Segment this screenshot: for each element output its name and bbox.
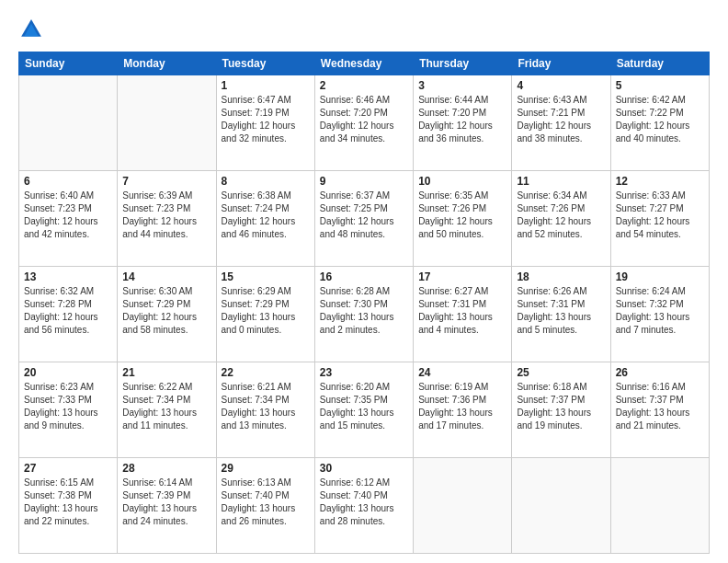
day-number: 2 (320, 79, 408, 92)
day-info: Sunrise: 6:12 AM Sunset: 7:40 PM Dayligh… (320, 477, 408, 528)
calendar-cell: 20Sunrise: 6:23 AM Sunset: 7:33 PM Dayli… (19, 362, 118, 458)
calendar-cell (19, 75, 118, 171)
calendar-cell: 16Sunrise: 6:28 AM Sunset: 7:30 PM Dayli… (314, 267, 413, 362)
day-number: 3 (418, 79, 506, 92)
day-number: 17 (418, 270, 506, 283)
day-info: Sunrise: 6:33 AM Sunset: 7:27 PM Dayligh… (616, 190, 704, 241)
calendar-cell: 11Sunrise: 6:34 AM Sunset: 7:26 PM Dayli… (512, 171, 610, 267)
day-info: Sunrise: 6:19 AM Sunset: 7:36 PM Dayligh… (418, 381, 506, 432)
day-number: 11 (517, 175, 605, 188)
day-number: 15 (222, 270, 310, 283)
calendar-cell: 1Sunrise: 6:47 AM Sunset: 7:19 PM Daylig… (216, 75, 314, 171)
day-info: Sunrise: 6:30 AM Sunset: 7:29 PM Dayligh… (122, 285, 210, 337)
calendar-header: SundayMondayTuesdayWednesdayThursdayFrid… (19, 52, 710, 75)
weekday-header-wednesday: Wednesday (314, 52, 413, 75)
day-info: Sunrise: 6:28 AM Sunset: 7:30 PM Dayligh… (320, 285, 408, 337)
day-info: Sunrise: 6:35 AM Sunset: 7:26 PM Dayligh… (418, 190, 506, 241)
calendar-cell: 3Sunrise: 6:44 AM Sunset: 7:20 PM Daylig… (414, 75, 512, 171)
weekday-header-saturday: Saturday (610, 52, 709, 75)
calendar-cell (414, 458, 512, 554)
calendar-cell: 21Sunrise: 6:22 AM Sunset: 7:34 PM Dayli… (118, 362, 216, 458)
calendar-week-5: 27Sunrise: 6:15 AM Sunset: 7:38 PM Dayli… (19, 458, 710, 554)
calendar-table: SundayMondayTuesdayWednesdayThursdayFrid… (18, 52, 710, 554)
day-info: Sunrise: 6:26 AM Sunset: 7:31 PM Dayligh… (517, 285, 605, 337)
day-info: Sunrise: 6:38 AM Sunset: 7:24 PM Dayligh… (222, 190, 310, 241)
day-info: Sunrise: 6:27 AM Sunset: 7:31 PM Dayligh… (418, 285, 506, 337)
weekday-header-tuesday: Tuesday (216, 52, 314, 75)
day-info: Sunrise: 6:46 AM Sunset: 7:20 PM Dayligh… (320, 94, 408, 145)
calendar-cell: 8Sunrise: 6:38 AM Sunset: 7:24 PM Daylig… (216, 171, 314, 267)
day-number: 5 (616, 79, 704, 92)
calendar-cell: 15Sunrise: 6:29 AM Sunset: 7:29 PM Dayli… (216, 267, 314, 362)
calendar-cell: 10Sunrise: 6:35 AM Sunset: 7:26 PM Dayli… (414, 171, 512, 267)
calendar-cell: 19Sunrise: 6:24 AM Sunset: 7:32 PM Dayli… (610, 267, 709, 362)
calendar-cell: 26Sunrise: 6:16 AM Sunset: 7:37 PM Dayli… (610, 362, 709, 458)
calendar-cell (610, 458, 709, 554)
day-number: 1 (222, 79, 310, 92)
day-number: 21 (122, 366, 210, 379)
day-info: Sunrise: 6:16 AM Sunset: 7:37 PM Dayligh… (616, 381, 704, 432)
day-number: 22 (222, 366, 310, 379)
calendar-cell: 25Sunrise: 6:18 AM Sunset: 7:37 PM Dayli… (512, 362, 610, 458)
day-number: 26 (616, 366, 704, 379)
calendar-cell: 24Sunrise: 6:19 AM Sunset: 7:36 PM Dayli… (414, 362, 512, 458)
weekday-header-thursday: Thursday (414, 52, 512, 75)
day-info: Sunrise: 6:32 AM Sunset: 7:28 PM Dayligh… (24, 285, 112, 337)
day-info: Sunrise: 6:20 AM Sunset: 7:35 PM Dayligh… (320, 381, 408, 432)
calendar-cell: 6Sunrise: 6:40 AM Sunset: 7:23 PM Daylig… (19, 171, 118, 267)
calendar-cell: 5Sunrise: 6:42 AM Sunset: 7:22 PM Daylig… (610, 75, 709, 171)
day-info: Sunrise: 6:22 AM Sunset: 7:34 PM Dayligh… (122, 381, 210, 432)
day-number: 12 (616, 175, 704, 188)
day-number: 27 (24, 462, 112, 475)
calendar-cell: 12Sunrise: 6:33 AM Sunset: 7:27 PM Dayli… (610, 171, 709, 267)
day-info: Sunrise: 6:37 AM Sunset: 7:25 PM Dayligh… (320, 190, 408, 241)
day-number: 9 (320, 175, 408, 188)
day-number: 18 (517, 270, 605, 283)
day-number: 23 (320, 366, 408, 379)
day-number: 10 (418, 175, 506, 188)
day-number: 8 (222, 175, 310, 188)
day-info: Sunrise: 6:23 AM Sunset: 7:33 PM Dayligh… (24, 381, 112, 432)
calendar-cell: 4Sunrise: 6:43 AM Sunset: 7:21 PM Daylig… (512, 75, 610, 171)
header (18, 17, 710, 42)
calendar-cell: 27Sunrise: 6:15 AM Sunset: 7:38 PM Dayli… (19, 458, 118, 554)
calendar-cell: 28Sunrise: 6:14 AM Sunset: 7:39 PM Dayli… (118, 458, 216, 554)
day-number: 24 (418, 366, 506, 379)
calendar-cell: 30Sunrise: 6:12 AM Sunset: 7:40 PM Dayli… (314, 458, 413, 554)
weekday-header-friday: Friday (512, 52, 610, 75)
day-number: 19 (616, 270, 704, 283)
logo-icon (18, 17, 44, 42)
calendar-cell (512, 458, 610, 554)
calendar-body: 1Sunrise: 6:47 AM Sunset: 7:19 PM Daylig… (19, 75, 710, 554)
calendar-cell: 7Sunrise: 6:39 AM Sunset: 7:23 PM Daylig… (118, 171, 216, 267)
day-number: 16 (320, 270, 408, 283)
calendar-cell: 17Sunrise: 6:27 AM Sunset: 7:31 PM Dayli… (414, 267, 512, 362)
calendar-week-4: 20Sunrise: 6:23 AM Sunset: 7:33 PM Dayli… (19, 362, 710, 458)
day-info: Sunrise: 6:34 AM Sunset: 7:26 PM Dayligh… (517, 190, 605, 241)
day-info: Sunrise: 6:24 AM Sunset: 7:32 PM Dayligh… (616, 285, 704, 337)
day-number: 14 (122, 270, 210, 283)
day-number: 25 (517, 366, 605, 379)
calendar-cell: 29Sunrise: 6:13 AM Sunset: 7:40 PM Dayli… (216, 458, 314, 554)
day-number: 7 (122, 175, 210, 188)
day-info: Sunrise: 6:29 AM Sunset: 7:29 PM Dayligh… (222, 285, 310, 337)
calendar-cell: 22Sunrise: 6:21 AM Sunset: 7:34 PM Dayli… (216, 362, 314, 458)
day-info: Sunrise: 6:42 AM Sunset: 7:22 PM Dayligh… (616, 94, 704, 145)
calendar-week-1: 1Sunrise: 6:47 AM Sunset: 7:19 PM Daylig… (19, 75, 710, 171)
day-number: 13 (24, 270, 112, 283)
calendar-cell (118, 75, 216, 171)
page: SundayMondayTuesdayWednesdayThursdayFrid… (0, 0, 728, 563)
calendar-cell: 18Sunrise: 6:26 AM Sunset: 7:31 PM Dayli… (512, 267, 610, 362)
day-number: 28 (122, 462, 210, 475)
day-info: Sunrise: 6:13 AM Sunset: 7:40 PM Dayligh… (222, 477, 310, 528)
calendar-cell: 2Sunrise: 6:46 AM Sunset: 7:20 PM Daylig… (314, 75, 413, 171)
day-number: 29 (222, 462, 310, 475)
day-number: 6 (24, 175, 112, 188)
calendar-week-3: 13Sunrise: 6:32 AM Sunset: 7:28 PM Dayli… (19, 267, 710, 362)
calendar-cell: 9Sunrise: 6:37 AM Sunset: 7:25 PM Daylig… (314, 171, 413, 267)
weekday-header-sunday: Sunday (19, 52, 118, 75)
calendar-cell: 23Sunrise: 6:20 AM Sunset: 7:35 PM Dayli… (314, 362, 413, 458)
logo (18, 17, 48, 42)
day-info: Sunrise: 6:40 AM Sunset: 7:23 PM Dayligh… (24, 190, 112, 241)
day-info: Sunrise: 6:43 AM Sunset: 7:21 PM Dayligh… (517, 94, 605, 145)
